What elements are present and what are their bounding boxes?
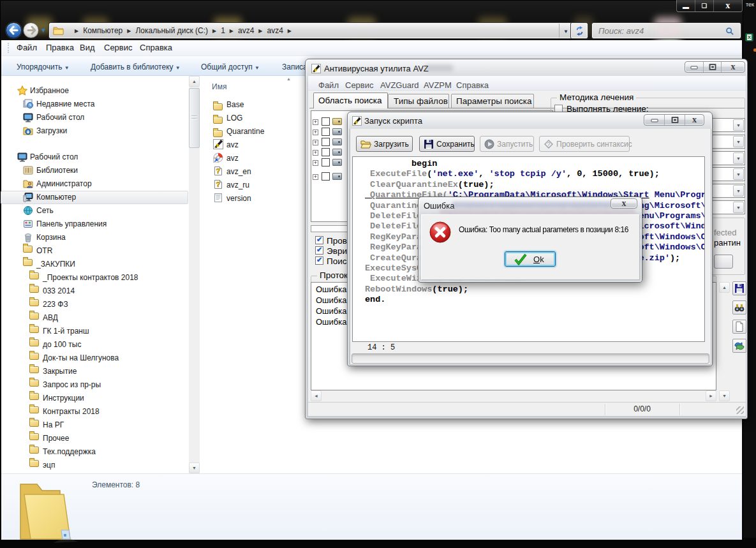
svg-text:?: ?: [547, 141, 551, 147]
svg-text:?: ?: [216, 167, 221, 175]
svg-text:?: ?: [216, 181, 221, 188]
